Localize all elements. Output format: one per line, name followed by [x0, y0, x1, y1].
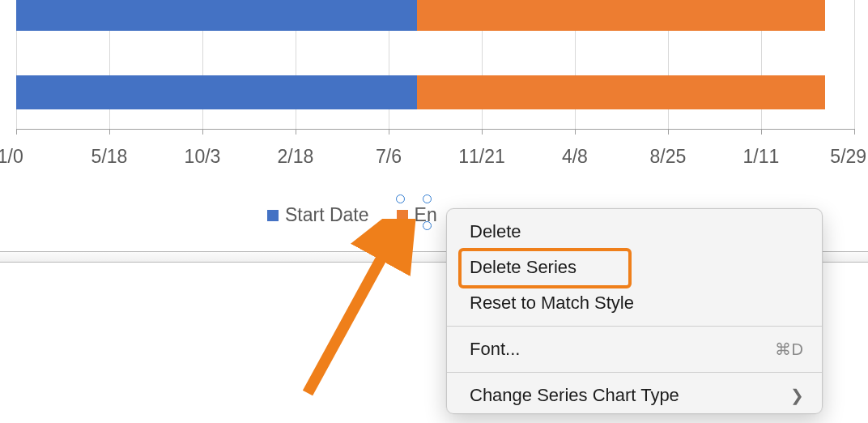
x-tick-label: 1/11: [743, 146, 780, 168]
chart-x-axis-labels: 1/0 5/18 10/3 2/18 7/6 11/21 4/8 8/25 1/…: [16, 146, 854, 170]
x-tick-label: 8/25: [650, 146, 687, 168]
selection-handle-icon[interactable]: [423, 194, 432, 203]
x-tick-label: 10/3: [185, 146, 221, 168]
legend-item-end-date[interactable]: En: [397, 204, 437, 226]
menu-item-label: Reset to Match Style: [470, 293, 634, 314]
context-menu: Delete Delete Series Reset to Match Styl…: [446, 208, 823, 414]
legend-swatch-icon: [267, 210, 279, 221]
chart-legend[interactable]: Start Date En: [267, 204, 437, 226]
x-tick-label: 5/18: [91, 146, 128, 168]
x-tick-label: 1/0: [0, 146, 23, 168]
annotation-arrow-icon: [283, 219, 429, 405]
menu-item-delete[interactable]: Delete: [447, 214, 822, 250]
chart-plot-area[interactable]: [16, 0, 854, 130]
menu-item-label: Delete: [470, 221, 521, 242]
chart-bar-row[interactable]: [16, 0, 854, 31]
menu-item-label: Delete Series: [470, 257, 577, 278]
x-tick-label: 4/8: [562, 146, 588, 168]
legend-swatch-icon: [397, 210, 408, 221]
bar-segment-start-date[interactable]: [16, 0, 417, 31]
bar-segment-end-date[interactable]: [417, 75, 825, 109]
menu-item-reset-style[interactable]: Reset to Match Style: [447, 285, 822, 321]
x-tick-label: 7/6: [376, 146, 402, 168]
bar-segment-start-date[interactable]: [16, 75, 417, 109]
menu-item-change-chart-type[interactable]: Change Series Chart Type ❯: [447, 378, 822, 413]
x-tick-label: 2/18: [278, 146, 314, 168]
menu-item-label: Change Series Chart Type: [470, 385, 679, 406]
x-tick-label: 11/21: [458, 146, 505, 168]
menu-shortcut: ⌘D: [775, 340, 804, 359]
legend-label: Start Date: [285, 204, 369, 226]
menu-item-font[interactable]: Font... ⌘D: [447, 331, 822, 367]
menu-separator: [447, 326, 822, 327]
chart-bar-row[interactable]: [16, 75, 854, 109]
bar-segment-end-date[interactable]: [417, 0, 825, 31]
chevron-right-icon: ❯: [790, 386, 804, 405]
selection-handle-icon[interactable]: [396, 194, 405, 203]
legend-item-start-date[interactable]: Start Date: [267, 204, 369, 226]
menu-item-label: Font...: [470, 339, 520, 360]
menu-item-delete-series[interactable]: Delete Series: [447, 250, 822, 285]
menu-separator: [447, 372, 822, 373]
x-tick-label: 5/29: [830, 146, 866, 168]
legend-label: En: [415, 204, 437, 226]
